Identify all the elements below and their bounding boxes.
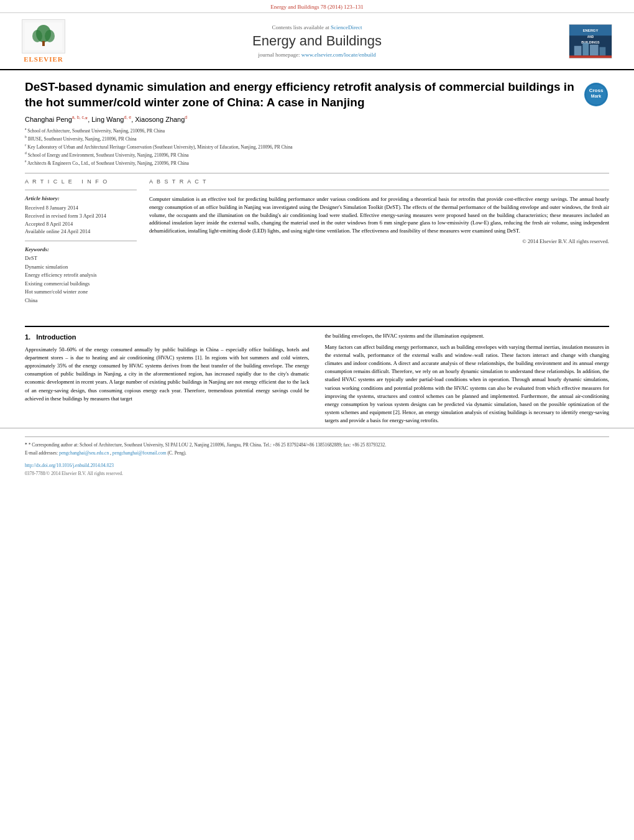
doi-line: http://dx.doi.org/10.1016/j.enbuild.2014… [0,461,634,470]
doi-link[interactable]: http://dx.doi.org/10.1016/j.enbuild.2014… [25,463,114,468]
body-left-col: 1. Introduction Approximately 50–60% of … [25,332,310,428]
author2-affil: d, e [124,115,131,119]
page: Energy and Buildings 78 (2014) 123–131 E… [0,0,634,840]
section1-number: 1. [25,333,30,341]
abstract-text: Computer simulation is an effective tool… [149,195,609,246]
issn-line: 0378-7788/© 2014 Elsevier B.V. All right… [0,470,634,481]
sciencedirect-text: ScienceDirect [331,24,362,30]
author-separator2: , Xiaosong Zhang [131,116,185,123]
contents-text: Contents lists available at [272,24,329,30]
affiliations: a School of Architecture, Southeast Univ… [25,127,609,167]
article-history-label: Article history: [25,195,137,201]
svg-rect-4 [42,41,45,46]
header-divider [25,173,609,173]
keyword-6: China [25,297,137,305]
svg-text:AND: AND [587,35,594,39]
email-comma: , [110,450,111,456]
crossmark-icon: Cross Mark [584,83,608,106]
journal-reference: Energy and Buildings 78 (2014) 123–131 [0,0,634,13]
left-info-col: A R T I C L E I N F O Article history: R… [25,178,137,305]
svg-rect-14 [569,55,612,58]
main-body: 1. Introduction Approximately 50–60% of … [0,326,634,428]
journal-title: Energy and Buildings [68,33,566,49]
svg-text:Mark: Mark [591,94,601,98]
author3-affil: d [185,115,187,119]
journal-homepage-line: journal homepage: www.elsevier.com/locat… [68,52,566,58]
affiliation-d: d School of Energy and Environment, Sout… [25,151,609,159]
footnote-star-symbol: * [25,442,27,448]
section1-heading: Introduction [36,333,76,341]
article-info-heading: A R T I C L E I N F O [25,178,137,185]
keyword-2: Dynamic simulation [25,263,137,272]
svg-rect-11 [582,42,589,55]
svg-point-2 [32,30,42,42]
abstract-paragraph: Computer simulation is an effective tool… [149,195,609,235]
the-word: the [325,333,331,339]
body-two-col: 1. Introduction Approximately 50–60% of … [25,332,609,428]
email-suffix: (C. Peng). [167,450,186,456]
intro-paragraph-3: Many factors can affect building energy … [325,343,610,425]
email-footnote: E-mail addresses: pengchanghai@seu.edu.c… [25,450,609,457]
info-abstract-section: A R T I C L E I N F O Article history: R… [25,178,609,305]
keywords-label: Keywords: [25,246,137,252]
elsevier-wordmark: ELSEVIER [24,55,63,63]
journal-center-header: Contents lists available at ScienceDirec… [68,24,566,58]
article-title: DeST-based dynamic simulation and energy… [25,80,575,110]
affiliation-b: b IHUSE, Southeast University, Nanjing, … [25,135,609,142]
abstract-divider [149,190,609,190]
body-right-col: the building envelopes, the HVAC systems… [325,332,610,428]
info-divider [25,190,137,190]
doi-text: http://dx.doi.org/10.1016/j.enbuild.2014… [25,463,114,468]
article-title-section: DeST-based dynamic simulation and energy… [25,80,609,110]
svg-text:Cross: Cross [589,88,604,93]
revised-date: Received in revised form 3 April 2014 [25,212,137,220]
crossmark-badge: Cross Mark [584,83,609,108]
journal-logo: ENERGY AND BUILDINGS [566,24,615,58]
homepage-label: journal homepage: [258,52,300,58]
article-content: DeST-based dynamic simulation and energy… [0,70,634,321]
affiliation-e: e Architects & Engineers Co., Ltd., of S… [25,159,609,167]
abstract-heading: A B S T R A C T [149,178,609,185]
corresponding-author-note: * Corresponding author at: School of Arc… [29,442,386,448]
keyword-3: Energy efficiency retrofit analysis [25,271,137,280]
body-top-divider [25,326,609,327]
keyword-5: Hot summer/cold winter zone [25,288,137,297]
svg-rect-13 [600,47,606,55]
contents-available-line: Contents lists available at ScienceDirec… [68,24,566,30]
svg-point-3 [45,30,55,42]
footnotes-divider [25,436,609,437]
author1: Changhai Peng [25,116,72,123]
section1-title: 1. Introduction [25,332,310,343]
svg-text:ENERGY: ENERGY [583,29,599,32]
elsevier-logo-image [22,19,65,53]
keyword-4: Existing commercial buildings [25,280,137,288]
intro-cont-text: building envelopes, the HVAC systems and… [333,333,484,339]
intro-continuation: the building envelopes, the HVAC systems… [325,332,610,340]
available-date: Available online 24 April 2014 [25,228,137,236]
author1-affil: a, b, c, [72,115,85,119]
sciencedirect-link[interactable]: ScienceDirect [331,24,362,30]
authors-line: Changhai Penga, b, c,*, Ling Wangd, e, X… [25,115,609,123]
email1-link[interactable]: pengchanghai@seu.edu.cn [59,450,110,456]
homepage-url: www.elsevier.com/locate/enbuild [301,52,376,58]
star-footnote: * * Corresponding author at: School of A… [25,442,609,449]
keywords-divider [25,241,137,241]
email2-link[interactable]: pengchanghai@foxmail.com [113,450,168,456]
keyword-1: DeST [25,254,137,263]
affiliation-a: a School of Architecture, Southeast Univ… [25,127,609,134]
svg-rect-12 [590,44,599,55]
received-date: Received 8 January 2014 [25,204,137,212]
email1-text: pengchanghai@seu.edu.cn [59,450,109,456]
homepage-url-link[interactable]: www.elsevier.com/locate/enbuild [301,52,376,58]
email-label: E-mail addresses: [25,450,58,456]
author-separator1: , Ling Wang [88,116,124,123]
svg-rect-10 [574,45,582,55]
issn-text: 0378-7788/© 2014 Elsevier B.V. All right… [25,471,123,476]
intro-paragraph-1: Approximately 50–60% of the energy consu… [25,346,310,403]
journal-header: ELSEVIER Contents lists available at Sci… [0,13,634,70]
journal-logo-image: ENERGY AND BUILDINGS [569,24,612,58]
email2-text: pengchanghai@foxmail.com [113,450,167,456]
footnotes-section: * * Corresponding author at: School of A… [0,428,634,461]
abstract-col: A B S T R A C T Computer simulation is a… [149,178,609,305]
elsevier-logo: ELSEVIER [19,19,68,63]
